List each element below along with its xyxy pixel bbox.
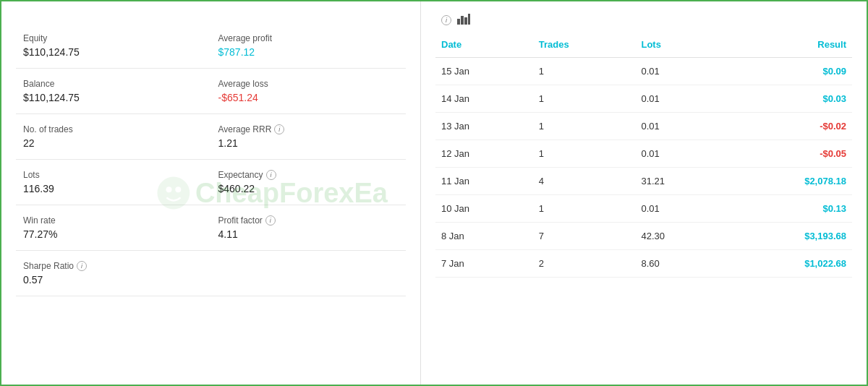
stat-label: Average loss (218, 79, 399, 89)
stat-value: 1.21 (218, 137, 399, 149)
cell-lots: 0.01 (635, 58, 721, 85)
cell-trades: 7 (533, 223, 636, 250)
cell-date: 15 Jan (435, 58, 533, 85)
cell-result: $0.09 (721, 58, 852, 85)
table-row: 13 Jan10.01-$0.02 (435, 113, 852, 140)
stat-label: Sharpe Ratioi (23, 261, 204, 271)
stat-cell: Win rate77.27% (16, 205, 211, 251)
stat-cell: Average RRRi1.21 (211, 114, 407, 160)
statistics-grid: Equity$110,124.75Average profit$787.12Ba… (16, 23, 406, 296)
table-row: 14 Jan10.01$0.03 (435, 85, 852, 113)
cell-result: -$0.05 (721, 140, 852, 168)
svg-rect-3 (468, 14, 470, 25)
table-row: 15 Jan10.01$0.09 (435, 58, 852, 85)
main-container: Equity$110,124.75Average profit$787.12Ba… (1, 1, 867, 385)
cell-trades: 1 (533, 113, 636, 140)
stat-value: $787.12 (218, 46, 399, 58)
stat-cell: Lots116.39 (16, 160, 211, 205)
svg-rect-0 (457, 19, 460, 25)
table-header: DateTradesLotsResult (435, 35, 852, 58)
cell-result: $3,193.68 (721, 223, 852, 250)
stat-cell: Equity$110,124.75 (16, 23, 211, 69)
stat-cell-empty (211, 251, 407, 296)
table-col-header: Result (721, 35, 852, 58)
cell-result: $0.13 (721, 195, 852, 223)
stat-cell: No. of trades22 (16, 114, 211, 160)
cell-result: $0.03 (721, 85, 852, 113)
table-row: 10 Jan10.01$0.13 (435, 195, 852, 223)
stat-label: Equity (23, 33, 204, 43)
cell-lots: 0.01 (635, 195, 721, 223)
table-row: 8 Jan742.30$3,193.68 (435, 223, 852, 250)
stat-label: Average profit (218, 33, 399, 43)
table-row: 7 Jan28.60$1,022.68 (435, 250, 852, 278)
stat-label: Win rate (23, 215, 204, 226)
cell-date: 7 Jan (435, 250, 533, 278)
stat-value: $110,124.75 (23, 46, 204, 58)
cell-trades: 4 (533, 168, 636, 195)
table-row: 12 Jan10.01-$0.05 (435, 140, 852, 168)
stat-value: $460.22 (218, 183, 399, 194)
cell-date: 11 Jan (435, 168, 533, 195)
table-body: 15 Jan10.01$0.0914 Jan10.01$0.0313 Jan10… (435, 58, 852, 278)
daily-summary-panel: i DateTradesLotsResult 15 Jan10.01$0.091… (421, 1, 867, 385)
table-row: 11 Jan431.21$2,078.18 (435, 168, 852, 195)
svg-rect-1 (461, 16, 464, 25)
cell-lots: 0.01 (635, 85, 721, 113)
cell-date: 8 Jan (435, 223, 533, 250)
stat-cell: Sharpe Ratioi0.57 (16, 251, 211, 296)
stat-value: 77.27% (23, 228, 204, 240)
cell-result: $2,078.18 (721, 168, 852, 195)
stat-value: 4.11 (218, 228, 399, 240)
stat-label: Expectancyi (218, 170, 399, 180)
cell-lots: 31.21 (635, 168, 721, 195)
cell-lots: 0.01 (635, 140, 721, 168)
stat-value: 22 (23, 137, 204, 149)
table-col-header: Trades (533, 35, 636, 58)
stat-value: $110,124.75 (23, 92, 204, 103)
daily-summary-table: DateTradesLotsResult 15 Jan10.01$0.0914 … (435, 35, 852, 278)
daily-summary-table-wrapper[interactable]: DateTradesLotsResult 15 Jan10.01$0.0914 … (435, 35, 852, 373)
stat-cell: Balance$110,124.75 (16, 69, 211, 114)
info-icon[interactable]: i (265, 215, 276, 226)
summary-info-icon[interactable]: i (441, 15, 451, 25)
statistics-panel: Equity$110,124.75Average profit$787.12Ba… (1, 1, 421, 385)
stat-cell: Average loss-$651.24 (211, 69, 407, 114)
cell-date: 14 Jan (435, 85, 533, 113)
cell-trades: 1 (533, 58, 636, 85)
chart-icon (457, 13, 470, 27)
table-col-header: Date (435, 35, 533, 58)
stat-cell: Profit factori4.11 (211, 205, 407, 251)
stat-cell: Average profit$787.12 (211, 23, 407, 69)
cell-date: 12 Jan (435, 140, 533, 168)
summary-header: i (435, 13, 852, 27)
cell-lots: 0.01 (635, 113, 721, 140)
cell-trades: 1 (533, 140, 636, 168)
cell-date: 10 Jan (435, 195, 533, 223)
table-col-header: Lots (635, 35, 721, 58)
svg-rect-2 (464, 17, 467, 25)
cell-trades: 1 (533, 195, 636, 223)
info-icon[interactable]: i (77, 261, 87, 271)
cell-lots: 42.30 (635, 223, 721, 250)
cell-lots: 8.60 (635, 250, 721, 278)
cell-trades: 2 (533, 250, 636, 278)
stat-value: 0.57 (23, 274, 204, 286)
stat-label: Average RRRi (218, 124, 399, 134)
info-icon[interactable]: i (274, 124, 284, 134)
cell-trades: 1 (533, 85, 636, 113)
stat-label: Profit factori (218, 215, 399, 226)
cell-date: 13 Jan (435, 113, 533, 140)
info-icon[interactable]: i (266, 170, 276, 180)
stat-label: Balance (23, 79, 204, 89)
stat-label: Lots (23, 170, 204, 180)
cell-result: $1,022.68 (721, 250, 852, 278)
stat-label: No. of trades (23, 124, 204, 134)
stat-cell: Expectancyi$460.22 (211, 160, 407, 205)
stat-value: 116.39 (23, 183, 204, 194)
stat-value: -$651.24 (218, 92, 399, 103)
cell-result: -$0.02 (721, 113, 852, 140)
